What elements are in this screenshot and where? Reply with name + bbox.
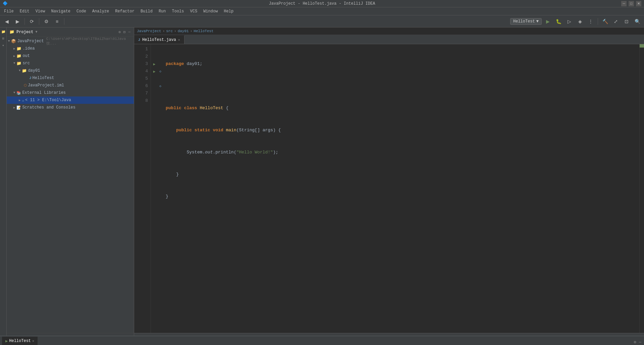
bottom-tab-run[interactable]: ▶ HelloTest ✕ [2,337,38,345]
line-num-1: 1 [134,46,148,53]
search-button[interactable]: 🔍 [633,17,642,26]
right-gutter-indicator [640,44,644,48]
menu-vcs[interactable]: VCS [187,8,200,14]
expand-arrow-src: ▼ [13,62,15,65]
project-icon[interactable]: 📁 [0,29,6,35]
tree-item-idea[interactable]: ▶ 📁 .idea [7,45,134,52]
tab-label: HelloTest.java [142,38,176,42]
tree-item-out[interactable]: ▶ 📁 out [7,52,134,60]
bookmark-slot-5 [158,75,163,82]
run-arrow-8 [151,97,158,105]
code-editor[interactable]: 1 2 3 4 5 6 7 8 ▶ ▶ [134,44,644,333]
breadcrumb-bar: JavaProject › src › day01 › HelloTest [134,27,644,35]
menu-navigate[interactable]: Navigate [48,8,73,14]
menu-window[interactable]: Window [201,8,220,14]
run-config-selector[interactable]: HelloTest ▼ [510,18,542,25]
tree-path: C:\Users\HP\Desktop\ITBaiZhan\01Java技... [46,37,134,46]
maximize-button[interactable]: □ [629,1,634,6]
breadcrumb-hellotest[interactable]: HelloTest [194,29,213,33]
bottom-minimize-icon[interactable]: — [638,339,642,345]
bookmark-gutter: ◇ ◇ [158,44,163,333]
sync-button[interactable]: ⟳ [27,17,37,26]
profiler-button[interactable]: ◈ [575,17,585,26]
bookmark-icon-side[interactable]: ★ [0,42,6,48]
bottom-settings-icon[interactable]: ⚙ [633,339,637,345]
tab-close-button[interactable]: ✕ [178,38,180,42]
breadcrumb-javaproject[interactable]: JavaProject [137,29,161,33]
tree-item-scratches[interactable]: ▶ 📝 Scratches and Consoles [7,104,134,111]
menu-code[interactable]: Code [74,8,89,14]
run-tab-close[interactable]: ✕ [32,339,34,343]
tree-label-external-libs: External Libraries [22,90,66,95]
menu-refactor[interactable]: Refactor [112,8,137,14]
menu-tools[interactable]: Tools [169,8,187,14]
menu-build[interactable]: Build [138,8,155,14]
toolbar-separator-3 [64,18,64,25]
title-bar: 🔷 JavaProject - HelloTest.java - Intelli… [0,0,644,7]
bookmark-slot-7 [158,90,163,97]
tree-item-src[interactable]: ▼ 📁 src [7,60,134,67]
tree-item-day01[interactable]: ▼ 📁 day01 [7,67,134,74]
tree-item-external-libs[interactable]: ▼ 📚 External Libraries [7,89,134,96]
run-arrow-5 [151,75,158,82]
code-line-2 [166,82,639,90]
sidebar-icons: 📁 ⊞ ★ [0,27,7,336]
editor-tabs: J HelloTest.java ✕ [134,35,644,44]
editor-horizontal-scrollbar[interactable] [134,333,644,336]
menu-file[interactable]: File [1,8,16,14]
hellotest-java-icon: J [29,76,32,80]
toolbar-separator-2 [39,18,39,25]
editor-tab-hellotest[interactable]: J HelloTest.java ✕ [134,35,184,44]
coverage-button[interactable]: ▷ [565,17,574,26]
menu-help[interactable]: Help [221,8,236,14]
debug-button[interactable]: 🐛 [554,17,563,26]
tree-item-javaproject[interactable]: ▼ 📦 JavaProject C:\Users\HP\Desktop\ITBa… [7,38,134,45]
run-arrow-2 [151,53,158,60]
menu-view[interactable]: View [33,8,48,14]
run-arrow-3[interactable]: ▶ [151,60,158,68]
run-arrow-4[interactable]: ▶ [151,68,158,75]
run-button[interactable]: ▶ [543,17,552,26]
bookmark-slot-1 [158,46,163,53]
close-button[interactable]: ✕ [636,1,641,6]
code-line-7: } [166,193,639,200]
line-num-3: 3 [134,60,148,68]
code-content[interactable]: package day01; public class HelloTest { … [163,44,639,333]
code-line-6: } [166,171,639,178]
panel-header-icons: ⚙ ⊟ — [118,29,131,35]
structure-icon[interactable]: ⊞ [0,36,6,42]
tree-item-jdk[interactable]: ▶ ☕ < 11 > E:\Tool\Java [7,96,134,104]
build-button[interactable]: 🔨 [600,17,610,26]
menu-run[interactable]: Run [156,8,169,14]
forward-button[interactable]: ▶ [13,17,22,26]
tree-item-hellotest[interactable]: J HelloTest [7,74,134,82]
tree-label-src: src [22,61,30,66]
tree-item-iml[interactable]: ⬡ JavaProject.iml [7,82,134,89]
expand-arrow-scratches: ▶ [13,106,15,110]
bottom-panel: ▶ HelloTest ✕ ⚙ — ▶ ■ ↑ ↓ ≡ 🖨 📌 🗑 E:\Too… [0,336,644,345]
tab-java-icon: J [138,38,140,42]
panel-collapse-icon[interactable]: ⊟ [123,29,126,35]
minimize-button[interactable]: ─ [621,1,627,6]
menu-edit[interactable]: Edit [17,8,32,14]
panel-close-icon[interactable]: — [127,29,131,35]
expand-button[interactable]: ⤢ [611,17,621,26]
project-panel-scrollbar[interactable] [7,333,134,336]
project-panel-header: 📁 Project ▼ ⚙ ⊟ — [7,27,134,37]
breadcrumb-src[interactable]: src [166,29,173,33]
gear-button[interactable]: ≡ [52,17,62,26]
expand-arrow-libs: ▼ [13,91,15,94]
toolbar: ◀ ▶ ⟳ ⚙ ≡ HelloTest ▼ ▶ 🐛 ▷ ◈ ⋮ 🔨 ⤢ ⊡ 🔍 [0,15,644,27]
menu-analyze[interactable]: Analyze [90,8,112,14]
bookmark-slot-3 [158,60,163,68]
tree-label-day01: day01 [28,68,40,73]
back-button[interactable]: ◀ [2,17,11,26]
settings-button[interactable]: ⚙ [42,17,51,26]
tree-label-scratches: Scratches and Consoles [22,105,75,110]
iml-icon: ⬡ [24,83,27,87]
collapse-button[interactable]: ⊡ [622,17,631,26]
panel-settings-icon[interactable]: ⚙ [118,29,121,35]
breadcrumb-day01[interactable]: day01 [178,29,189,33]
bookmark-slot-6: ◇ [158,82,163,90]
more-run-button[interactable]: ⋮ [586,17,595,26]
